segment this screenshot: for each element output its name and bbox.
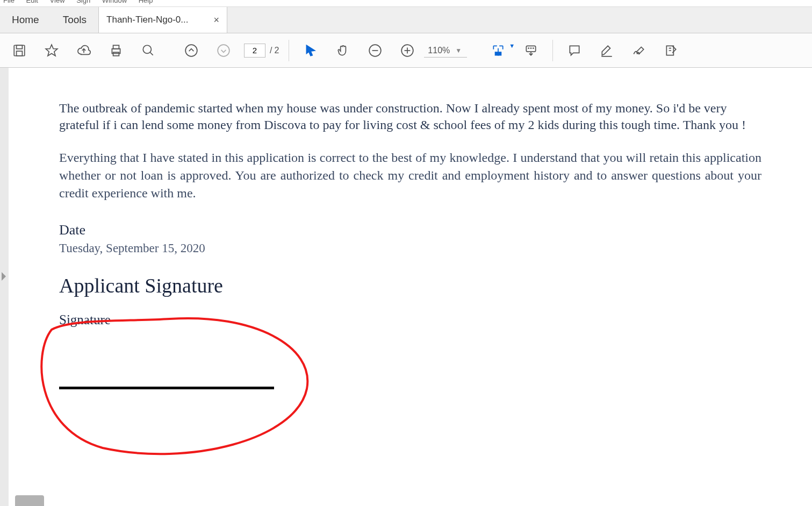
close-tab-icon[interactable]: × [214,15,220,26]
zoom-in-icon[interactable] [394,38,420,63]
page-thumbnail-indicator[interactable] [15,495,44,506]
cloud-upload-icon[interactable] [71,38,97,63]
page-up-icon[interactable] [178,38,204,63]
zoom-level[interactable]: 110% ▼ [428,43,467,58]
signature-label: Signature [59,312,761,327]
svg-point-10 [218,45,229,56]
save-icon[interactable] [6,38,32,63]
menu-file[interactable]: File [3,0,15,4]
page-down-icon[interactable] [211,38,236,63]
paragraph-intro: The outbreak of pandemic started when my… [59,100,761,133]
svg-point-19 [531,48,531,48]
page-current-input[interactable] [244,44,265,58]
svg-point-20 [533,48,534,48]
svg-point-7 [143,45,151,53]
menu-bar: File Edit View Sign Window Help [0,0,812,6]
date-value: Tuesday, September 15, 2020 [59,241,761,255]
page-separator: / [270,46,272,55]
menu-window[interactable]: Window [102,0,127,4]
svg-rect-1 [17,45,23,49]
nav-pane-toggle[interactable] [0,68,9,506]
highlight-icon[interactable] [594,38,620,63]
workspace: The outbreak of pandemic started when my… [0,68,812,506]
page-indicator: / 2 [244,44,279,58]
tab-home[interactable]: Home [0,7,51,33]
date-label: Date [59,222,761,238]
svg-rect-6 [113,52,119,56]
annotation-circle[interactable] [38,316,323,456]
menu-sign[interactable]: Sign [76,0,90,4]
signature-line [59,387,274,389]
zoom-value: 110% [428,46,450,55]
menu-help[interactable]: Help [139,0,153,4]
menu-view[interactable]: View [50,0,65,4]
chevron-down-icon[interactable]: ▼ [509,42,515,49]
signature-heading: Applicant Signature [59,274,761,297]
toolbar: / 2 110% ▼ ▼ [0,33,812,68]
svg-rect-2 [17,51,23,56]
svg-marker-3 [46,45,58,56]
toolbar-separator [552,40,553,61]
hand-tool-icon[interactable] [330,38,356,63]
tab-document-label: Thanh-Tien-Ngo-0... [106,15,188,25]
fit-width-icon[interactable] [485,38,511,63]
chevron-down-icon[interactable]: ▼ [455,47,462,54]
tab-document[interactable]: Thanh-Tien-Ngo-0... × [98,7,227,33]
comment-icon[interactable] [562,38,587,63]
edit-pdf-icon[interactable] [658,38,684,63]
menu-edit[interactable]: Edit [26,0,38,4]
svg-rect-0 [14,45,25,56]
zoom-out-icon[interactable] [362,38,388,63]
sign-icon[interactable] [626,38,652,63]
paragraph-declaration: Everything that I have stated in this ap… [59,149,761,202]
svg-point-18 [528,48,529,48]
svg-rect-5 [113,45,119,49]
star-icon[interactable] [39,38,64,63]
svg-marker-11 [307,45,315,56]
svg-point-9 [185,45,197,56]
page-display-icon[interactable] [518,38,544,63]
find-icon[interactable] [135,38,161,63]
print-icon[interactable] [103,38,129,63]
tab-tools[interactable]: Tools [51,7,98,33]
select-tool-icon[interactable] [298,38,324,63]
tab-strip: Home Tools Thanh-Tien-Ngo-0... × [0,6,812,33]
svg-line-8 [150,52,153,55]
page-total: 2 [274,46,279,55]
toolbar-separator [289,40,289,61]
document-page: The outbreak of pandemic started when my… [9,68,812,506]
